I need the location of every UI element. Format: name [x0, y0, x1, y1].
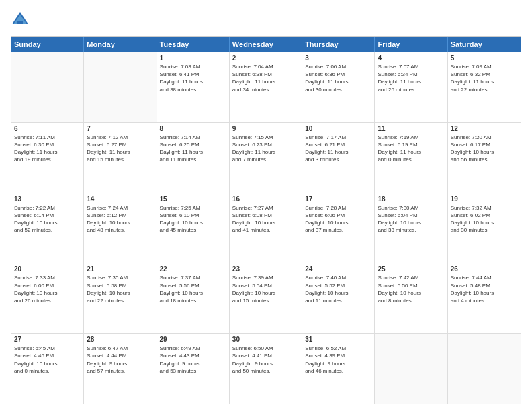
day-number: 11	[378, 125, 444, 132]
day-number: 17	[305, 195, 371, 203]
calendar-header: SundayMondayTuesdayWednesdayThursdayFrid…	[11, 37, 521, 52]
calendar-cell	[375, 334, 447, 404]
header	[11, 11, 521, 30]
header-day: Monday	[84, 37, 157, 52]
cell-text: Sunrise: 6:45 AMSunset: 4:46 PMDaylight:…	[14, 345, 81, 375]
calendar-cell: 10Sunrise: 7:17 AMSunset: 6:21 PMDayligh…	[302, 123, 375, 193]
calendar-row: 13Sunrise: 7:22 AMSunset: 6:14 PMDayligh…	[11, 193, 521, 263]
logo	[11, 11, 32, 30]
svg-rect-2	[17, 21, 23, 24]
calendar-row: 20Sunrise: 7:33 AMSunset: 6:00 PMDayligh…	[11, 263, 521, 333]
day-number: 12	[451, 125, 518, 132]
calendar-cell: 1Sunrise: 7:03 AMSunset: 6:41 PMDaylight…	[157, 52, 230, 122]
cell-text: Sunrise: 7:42 AMSunset: 5:50 PMDaylight:…	[378, 274, 444, 304]
calendar-row: 27Sunrise: 6:45 AMSunset: 4:46 PMDayligh…	[11, 333, 521, 404]
day-number: 15	[160, 195, 226, 203]
calendar-cell: 12Sunrise: 7:20 AMSunset: 6:17 PMDayligh…	[448, 123, 521, 193]
cell-text: Sunrise: 6:50 AMSunset: 4:41 PMDaylight:…	[232, 345, 299, 375]
calendar-cell: 25Sunrise: 7:42 AMSunset: 5:50 PMDayligh…	[375, 263, 447, 333]
calendar-cell: 30Sunrise: 6:50 AMSunset: 4:41 PMDayligh…	[230, 334, 302, 404]
day-number: 13	[14, 195, 81, 203]
calendar-cell	[11, 52, 84, 122]
day-number: 26	[451, 265, 518, 273]
cell-text: Sunrise: 7:28 AMSunset: 6:06 PMDaylight:…	[305, 204, 371, 234]
day-number: 19	[451, 195, 518, 203]
calendar-cell: 16Sunrise: 7:27 AMSunset: 6:08 PMDayligh…	[230, 193, 302, 263]
cell-text: Sunrise: 7:25 AMSunset: 6:10 PMDaylight:…	[160, 204, 226, 234]
header-day: Wednesday	[230, 37, 302, 52]
cell-text: Sunrise: 7:06 AMSunset: 6:36 PMDaylight:…	[305, 63, 371, 93]
calendar-cell: 2Sunrise: 7:04 AMSunset: 6:38 PMDaylight…	[230, 52, 302, 122]
calendar-cell: 24Sunrise: 7:40 AMSunset: 5:52 PMDayligh…	[302, 263, 375, 333]
day-number: 29	[160, 336, 226, 343]
day-number: 14	[87, 195, 153, 203]
calendar-cell: 9Sunrise: 7:15 AMSunset: 6:23 PMDaylight…	[230, 123, 302, 193]
calendar-cell: 11Sunrise: 7:19 AMSunset: 6:19 PMDayligh…	[375, 123, 447, 193]
day-number: 16	[232, 195, 299, 203]
day-number: 25	[378, 265, 444, 273]
calendar-body: 1Sunrise: 7:03 AMSunset: 6:41 PMDaylight…	[11, 52, 521, 404]
calendar-row: 1Sunrise: 7:03 AMSunset: 6:41 PMDaylight…	[11, 52, 521, 122]
calendar-cell: 15Sunrise: 7:25 AMSunset: 6:10 PMDayligh…	[157, 193, 230, 263]
header-day: Tuesday	[157, 37, 230, 52]
day-number: 7	[87, 125, 153, 132]
cell-text: Sunrise: 7:14 AMSunset: 6:25 PMDaylight:…	[160, 134, 226, 164]
calendar-cell: 19Sunrise: 7:32 AMSunset: 6:02 PMDayligh…	[448, 193, 521, 263]
cell-text: Sunrise: 7:37 AMSunset: 5:56 PMDaylight:…	[160, 274, 226, 304]
calendar-cell: 29Sunrise: 6:49 AMSunset: 4:43 PMDayligh…	[157, 334, 230, 404]
calendar-cell: 31Sunrise: 6:52 AMSunset: 4:39 PMDayligh…	[302, 334, 375, 404]
cell-text: Sunrise: 7:09 AMSunset: 6:32 PMDaylight:…	[451, 63, 518, 93]
calendar-cell	[84, 52, 157, 122]
cell-text: Sunrise: 7:07 AMSunset: 6:34 PMDaylight:…	[378, 63, 444, 93]
cell-text: Sunrise: 7:03 AMSunset: 6:41 PMDaylight:…	[160, 63, 226, 93]
cell-text: Sunrise: 7:33 AMSunset: 6:00 PMDaylight:…	[14, 274, 81, 304]
cell-text: Sunrise: 7:24 AMSunset: 6:12 PMDaylight:…	[87, 204, 153, 234]
cell-text: Sunrise: 7:04 AMSunset: 6:38 PMDaylight:…	[232, 63, 299, 93]
cell-text: Sunrise: 7:35 AMSunset: 5:58 PMDaylight:…	[87, 274, 153, 304]
calendar-cell: 26Sunrise: 7:44 AMSunset: 5:48 PMDayligh…	[448, 263, 521, 333]
day-number: 1	[160, 54, 226, 62]
header-day: Thursday	[302, 37, 375, 52]
cell-text: Sunrise: 6:52 AMSunset: 4:39 PMDaylight:…	[305, 345, 371, 375]
calendar: SundayMondayTuesdayWednesdayThursdayFrid…	[11, 36, 521, 404]
cell-text: Sunrise: 7:32 AMSunset: 6:02 PMDaylight:…	[451, 204, 518, 234]
calendar-cell: 22Sunrise: 7:37 AMSunset: 5:56 PMDayligh…	[157, 263, 230, 333]
day-number: 9	[232, 125, 299, 132]
calendar-cell: 23Sunrise: 7:39 AMSunset: 5:54 PMDayligh…	[230, 263, 302, 333]
day-number: 27	[14, 336, 81, 343]
day-number: 22	[160, 265, 226, 273]
header-day: Friday	[375, 37, 447, 52]
day-number: 21	[87, 265, 153, 273]
cell-text: Sunrise: 7:11 AMSunset: 6:30 PMDaylight:…	[14, 134, 81, 164]
day-number: 30	[232, 336, 299, 343]
calendar-cell: 6Sunrise: 7:11 AMSunset: 6:30 PMDaylight…	[11, 123, 84, 193]
cell-text: Sunrise: 7:15 AMSunset: 6:23 PMDaylight:…	[232, 134, 299, 164]
calendar-cell: 13Sunrise: 7:22 AMSunset: 6:14 PMDayligh…	[11, 193, 84, 263]
day-number: 6	[14, 125, 81, 132]
cell-text: Sunrise: 7:44 AMSunset: 5:48 PMDaylight:…	[451, 274, 518, 304]
cell-text: Sunrise: 7:27 AMSunset: 6:08 PMDaylight:…	[232, 204, 299, 234]
day-number: 10	[305, 125, 371, 132]
cell-text: Sunrise: 7:19 AMSunset: 6:19 PMDaylight:…	[378, 134, 444, 164]
day-number: 5	[451, 54, 518, 62]
calendar-row: 6Sunrise: 7:11 AMSunset: 6:30 PMDaylight…	[11, 122, 521, 193]
calendar-cell: 3Sunrise: 7:06 AMSunset: 6:36 PMDaylight…	[302, 52, 375, 122]
calendar-cell: 17Sunrise: 7:28 AMSunset: 6:06 PMDayligh…	[302, 193, 375, 263]
calendar-cell: 21Sunrise: 7:35 AMSunset: 5:58 PMDayligh…	[84, 263, 157, 333]
cell-text: Sunrise: 7:22 AMSunset: 6:14 PMDaylight:…	[14, 204, 81, 234]
day-number: 23	[232, 265, 299, 273]
day-number: 24	[305, 265, 371, 273]
day-number: 18	[378, 195, 444, 203]
calendar-cell: 18Sunrise: 7:30 AMSunset: 6:04 PMDayligh…	[375, 193, 447, 263]
day-number: 20	[14, 265, 81, 273]
cell-text: Sunrise: 7:40 AMSunset: 5:52 PMDaylight:…	[305, 274, 371, 304]
calendar-cell: 7Sunrise: 7:12 AMSunset: 6:27 PMDaylight…	[84, 123, 157, 193]
day-number: 4	[378, 54, 444, 62]
day-number: 28	[87, 336, 153, 343]
calendar-cell: 8Sunrise: 7:14 AMSunset: 6:25 PMDaylight…	[157, 123, 230, 193]
cell-text: Sunrise: 6:49 AMSunset: 4:43 PMDaylight:…	[160, 345, 226, 375]
cell-text: Sunrise: 7:17 AMSunset: 6:21 PMDaylight:…	[305, 134, 371, 164]
calendar-cell: 20Sunrise: 7:33 AMSunset: 6:00 PMDayligh…	[11, 263, 84, 333]
cell-text: Sunrise: 7:12 AMSunset: 6:27 PMDaylight:…	[87, 134, 153, 164]
calendar-cell: 5Sunrise: 7:09 AMSunset: 6:32 PMDaylight…	[448, 52, 521, 122]
